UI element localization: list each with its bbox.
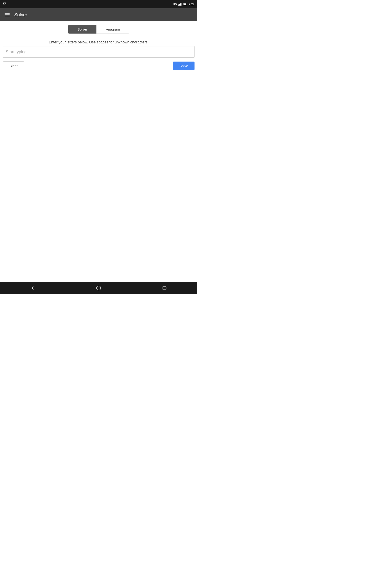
home-button[interactable]	[94, 284, 103, 293]
svg-rect-2	[179, 4, 180, 6]
button-row: Clear Solve	[0, 60, 197, 72]
results-area	[0, 73, 197, 282]
input-container	[0, 46, 197, 58]
status-time: 2:22	[189, 2, 194, 6]
letter-input[interactable]	[3, 46, 194, 58]
back-button[interactable]	[28, 284, 37, 293]
instructions-text: Enter your letters below. Use spaces for…	[0, 36, 197, 46]
bottom-nav	[0, 282, 197, 294]
status-bar: 3G 2:22	[0, 0, 197, 8]
network-label: 3G	[173, 3, 177, 6]
svg-rect-6	[163, 286, 166, 290]
recents-square-icon	[162, 285, 167, 291]
battery-icon	[183, 3, 187, 5]
status-bar-right: 3G 2:22	[173, 2, 194, 6]
tab-anagram[interactable]: Anagram	[97, 25, 129, 34]
svg-rect-1	[178, 5, 179, 6]
signal-icon	[178, 2, 182, 6]
toolbar: Solver	[0, 8, 197, 21]
home-circle-icon	[96, 285, 101, 291]
notification-icon	[3, 2, 6, 6]
toolbar-title: Solver	[14, 12, 27, 17]
svg-rect-4	[181, 3, 182, 6]
solve-button[interactable]: Solve	[173, 61, 194, 70]
tab-container: Solver Anagram	[68, 25, 129, 34]
status-bar-left	[3, 2, 6, 6]
tab-bar: Solver Anagram	[0, 21, 197, 36]
svg-rect-3	[180, 3, 181, 6]
clear-button[interactable]: Clear	[3, 61, 24, 70]
hamburger-menu-icon[interactable]	[4, 12, 10, 17]
back-arrow-icon	[30, 285, 35, 291]
svg-point-5	[97, 286, 101, 290]
main-content: Solver Anagram Enter your letters below.…	[0, 21, 197, 282]
tab-solver[interactable]: Solver	[68, 25, 97, 34]
recents-button[interactable]	[160, 284, 169, 293]
